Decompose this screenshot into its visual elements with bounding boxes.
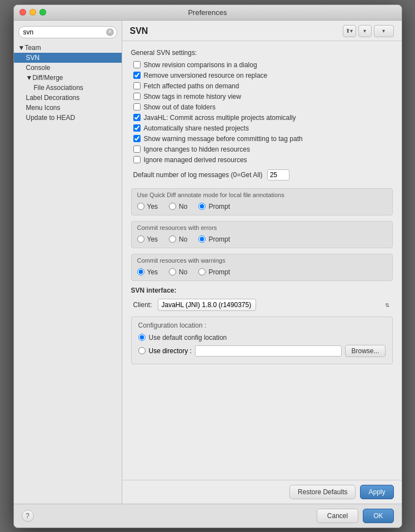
commit-errors-prompt: Prompt xyxy=(198,235,230,243)
browse-button[interactable]: Browse... xyxy=(345,345,385,357)
config-location-box: Configuration location : Use default con… xyxy=(131,317,393,364)
commit-errors-yes-label: Yes xyxy=(147,235,158,243)
log-messages-label: Default number of log messages (0=Get Al… xyxy=(133,171,263,179)
commit-warnings-prompt-label: Prompt xyxy=(208,268,230,276)
checkbox-show-tags: Show tags in remote history view xyxy=(131,93,393,101)
checkbox-ignore-managed: Ignore managed derived resources xyxy=(131,156,393,164)
sidebar-item-menu-icons[interactable]: Menu Icons xyxy=(14,103,122,113)
nav-tree: ▼Team SVN Console ▼Diff/Merge File Assoc… xyxy=(14,43,122,500)
close-button[interactable] xyxy=(19,9,26,16)
commit-warnings-yes-radio[interactable] xyxy=(137,268,144,275)
commit-warnings-no-label: No xyxy=(179,268,187,276)
settings-content: General SVN settings: Show revision comp… xyxy=(122,41,402,480)
quick-diff-prompt-label: Prompt xyxy=(208,203,230,210)
checkbox-show-out-of-date-input[interactable] xyxy=(133,103,141,111)
right-panel: SVN ⬆︎▾ ▾ ▾ General SVN settings: Show r… xyxy=(122,21,402,504)
ok-button[interactable]: OK xyxy=(363,509,393,523)
commit-errors-prompt-label: Prompt xyxy=(208,235,230,243)
sidebar-item-label-decorations[interactable]: Label Decorations xyxy=(14,93,122,103)
checkbox-ignore-changes-input[interactable] xyxy=(133,145,141,153)
config-directory-label: Use directory : xyxy=(149,347,192,355)
commit-warnings-options: Yes No Prompt xyxy=(132,266,392,280)
config-directory-input[interactable] xyxy=(195,345,342,357)
checkbox-fetch-affected-label: Fetch affected paths on demand xyxy=(144,82,239,90)
checkbox-auto-share: Automatically share nested projects xyxy=(131,124,393,132)
checkbox-ignore-changes-label: Ignore changes to hidden resources xyxy=(144,145,250,153)
sidebar: ✕ ▼Team SVN Console ▼Diff/Merge File Ass… xyxy=(14,21,122,504)
commit-warnings-no: No xyxy=(169,268,187,276)
commit-errors-yes: Yes xyxy=(137,235,158,243)
quick-diff-options: Yes No Prompt xyxy=(132,200,392,215)
commit-warnings-no-radio[interactable] xyxy=(169,268,176,275)
help-button[interactable]: ? xyxy=(22,510,34,522)
quick-diff-prompt: Prompt xyxy=(198,203,230,210)
checkbox-show-warning-input[interactable] xyxy=(133,135,141,142)
sidebar-item-svn[interactable]: SVN xyxy=(14,53,122,63)
cancel-button[interactable]: Cancel xyxy=(317,509,358,523)
checkbox-javaHL: JavaHL: Commit across multiple projects … xyxy=(131,114,393,122)
quick-diff-prompt-radio[interactable] xyxy=(198,203,206,210)
main-content: ✕ ▼Team SVN Console ▼Diff/Merge File Ass… xyxy=(14,21,402,504)
titlebar: Preferences xyxy=(14,5,402,21)
sidebar-item-update-to-head[interactable]: Update to HEAD xyxy=(14,113,122,123)
search-input[interactable] xyxy=(18,26,117,38)
back-button[interactable]: ⬆︎▾ xyxy=(343,25,356,37)
quick-diff-title: Use Quick Diff annotate mode for local f… xyxy=(132,189,392,200)
quick-diff-group: Use Quick Diff annotate mode for local f… xyxy=(131,188,393,215)
search-clear-button[interactable]: ✕ xyxy=(106,28,114,36)
checkbox-auto-share-input[interactable] xyxy=(133,124,141,132)
commit-errors-group: Commit resources with errors Yes No P xyxy=(131,221,393,248)
checkbox-show-revision-input[interactable] xyxy=(133,61,141,68)
minimize-button[interactable] xyxy=(29,9,36,16)
panel-title: SVN xyxy=(130,26,148,36)
footer-right: Cancel OK xyxy=(317,509,394,523)
checkbox-javaHL-label: JavaHL: Commit across multiple projects … xyxy=(144,114,296,122)
commit-errors-no-label: No xyxy=(179,235,187,243)
search-container: ✕ xyxy=(14,24,122,43)
checkbox-fetch-affected: Fetch affected paths on demand xyxy=(131,82,393,90)
quick-diff-yes-radio[interactable] xyxy=(137,203,144,210)
commit-errors-options: Yes No Prompt xyxy=(132,233,392,248)
commit-warnings-prompt: Prompt xyxy=(198,268,230,276)
sidebar-item-team[interactable]: ▼Team xyxy=(14,43,122,53)
commit-warnings-prompt-radio[interactable] xyxy=(198,268,206,275)
checkbox-show-tags-label: Show tags in remote history view xyxy=(144,93,241,101)
checkbox-javaHL-input[interactable] xyxy=(133,114,141,121)
maximize-button[interactable] xyxy=(39,9,46,16)
commit-warnings-yes-label: Yes xyxy=(147,268,158,276)
apply-button[interactable]: Apply xyxy=(360,485,393,499)
log-messages-input[interactable] xyxy=(267,169,289,180)
client-select[interactable]: JavaHL (JNI) 1.8.0 (r1490375) xyxy=(158,299,256,311)
forward-button[interactable]: ▾ xyxy=(358,25,372,37)
traffic-lights xyxy=(19,9,46,16)
checkbox-show-revision: Show revision comparisons in a dialog xyxy=(131,61,393,69)
menu-button[interactable]: ▾ xyxy=(374,25,394,37)
checkbox-remove-unversioned-input[interactable] xyxy=(133,72,141,79)
commit-errors-title: Commit resources with errors xyxy=(132,222,392,233)
checkbox-show-warning: Show warning message before committing t… xyxy=(131,135,393,143)
panel-header: SVN ⬆︎▾ ▾ ▾ xyxy=(122,21,402,41)
commit-errors-yes-radio[interactable] xyxy=(137,235,144,243)
footer: ? Cancel OK xyxy=(14,504,402,528)
quick-diff-no-label: No xyxy=(179,203,187,210)
checkbox-show-tags-input[interactable] xyxy=(133,93,141,100)
sidebar-item-file-associations[interactable]: File Associations xyxy=(14,83,122,93)
commit-errors-no-radio[interactable] xyxy=(169,235,176,243)
commit-warnings-yes: Yes xyxy=(137,268,158,276)
sidebar-item-console[interactable]: Console xyxy=(14,63,122,73)
quick-diff-no-radio[interactable] xyxy=(169,203,176,210)
checkbox-show-out-of-date: Show out of date folders xyxy=(131,103,393,111)
config-default-radio[interactable] xyxy=(138,334,146,341)
restore-defaults-button[interactable]: Restore Defaults xyxy=(289,485,356,499)
quick-diff-no: No xyxy=(169,203,187,210)
commit-errors-no: No xyxy=(169,235,187,243)
panel-nav-icons: ⬆︎▾ ▾ ▾ xyxy=(343,25,394,37)
config-directory-row: Use directory : Browse... xyxy=(138,345,386,357)
config-directory-radio[interactable] xyxy=(138,347,146,354)
checkbox-ignore-managed-input[interactable] xyxy=(133,156,141,163)
commit-errors-prompt-radio[interactable] xyxy=(198,235,206,243)
sidebar-item-diff-merge[interactable]: ▼Diff/Merge xyxy=(14,73,122,83)
client-select-wrapper: JavaHL (JNI) 1.8.0 (r1490375) xyxy=(158,299,393,311)
checkbox-ignore-changes: Ignore changes to hidden resources xyxy=(131,145,393,153)
checkbox-fetch-affected-input[interactable] xyxy=(133,82,141,89)
